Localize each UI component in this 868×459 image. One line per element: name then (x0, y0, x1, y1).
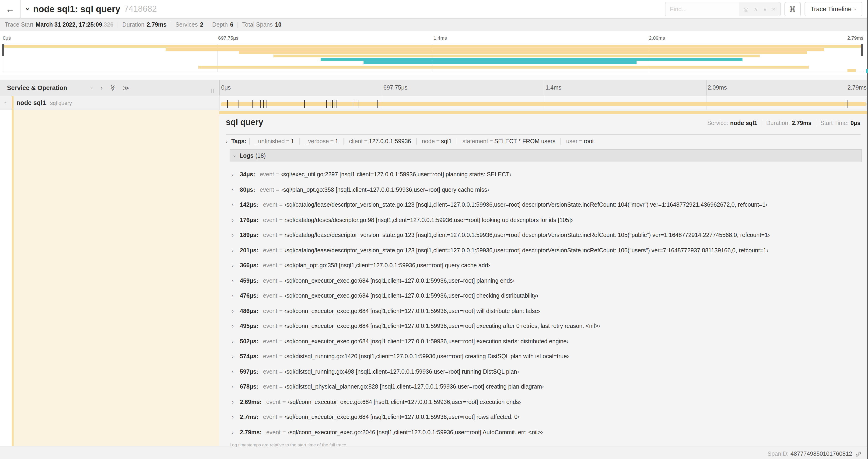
ruler-divider (381, 80, 382, 96)
log-marker-tick[interactable] (377, 100, 377, 108)
chevron-right-icon: › (232, 248, 236, 253)
edge-notch (866, 69, 868, 73)
log-row[interactable]: ›502μs:event=‹sql/conn_executor_exec.go:… (229, 334, 862, 349)
span-row-name-column[interactable]: › node sql1 sql query (0, 96, 219, 110)
find-input[interactable] (665, 2, 739, 16)
expand-all-icon[interactable]: ≫ (123, 85, 129, 91)
divider (816, 120, 816, 126)
tags-row[interactable]: › Tags: _unfinished=1_verbose=1client=12… (226, 138, 599, 144)
log-row[interactable]: ›495μs:event=‹sql/conn_executor_exec.go:… (229, 319, 862, 334)
timeline-column-header: Service & Operation › › ≫ ≫ 0μs697.75μs1… (0, 80, 868, 96)
divider (238, 22, 238, 28)
log-marker-tick[interactable] (330, 100, 331, 108)
minimap-left-drag-handle[interactable] (2, 44, 4, 56)
log-value: ‹sql/conn_executor_exec.go:684 [nsql1,cl… (284, 308, 540, 315)
tag-value: SELECT * FROM users (494, 138, 555, 144)
deep-link-icon[interactable] (856, 451, 862, 457)
span-collapse-icon[interactable]: › (3, 102, 8, 104)
log-row[interactable]: ›80μs:event=‹sql/plan_opt.go:358 [nsql1,… (229, 182, 862, 197)
logs-header[interactable]: › Logs (18) (229, 149, 862, 162)
tag-pill: client=127.0.0.1:59936 (343, 138, 416, 144)
log-row[interactable]: ›574μs:event=‹sql/distsql_running.go:142… (229, 349, 862, 364)
log-marker-tick[interactable] (266, 100, 267, 108)
span-detail-meta: Service:node sql1Duration:2.79msStart Ti… (707, 120, 861, 126)
log-timestamp: 2.79ms: (240, 429, 261, 436)
prev-match-icon[interactable]: ∧ (754, 6, 758, 12)
back-button[interactable]: ← (0, 0, 21, 18)
summary-value: 2.79ms (147, 22, 166, 28)
summary-item: Total Spans10 (242, 22, 281, 28)
log-row[interactable]: ›678μs:event=‹sql/distsql_physical_plann… (229, 379, 862, 394)
expand-one-icon[interactable]: › (100, 85, 103, 91)
minimap-span-bar (198, 66, 809, 69)
equals-sign: = (277, 353, 284, 360)
log-marker-tick[interactable] (336, 100, 337, 108)
locate-icon[interactable]: ◎ (744, 6, 748, 12)
tag-key: statement (462, 138, 488, 144)
log-marker-tick[interactable] (866, 100, 866, 108)
log-row[interactable]: ›2.69ms:event=‹sql/conn_executor_exec.go… (229, 394, 862, 409)
log-marker-tick[interactable] (227, 100, 228, 108)
span-row-timeline[interactable] (219, 96, 868, 110)
log-marker-tick[interactable] (353, 100, 353, 108)
chevron-right-icon: › (232, 278, 236, 284)
timeline-collapse-controls: › › ≫ ≫ (91, 85, 129, 91)
minimap-axis-tick: 0μs (3, 35, 11, 41)
log-row[interactable]: ›459μs:event=‹sql/conn_executor_exec.go:… (229, 273, 862, 288)
span-id-value: 4877749850101760812 (790, 451, 852, 457)
next-match-icon[interactable]: ∨ (763, 6, 767, 12)
timeline-minimap[interactable]: 0μs697.75μs1.4ms2.09ms2.79ms (0, 31, 868, 75)
span-duration-bar[interactable] (221, 102, 867, 106)
service-name: node sql1 (17, 99, 46, 106)
log-row[interactable]: ›201μs:event=‹sql/catalog/lease/descript… (229, 243, 862, 258)
chevron-down-icon: › (853, 8, 858, 10)
log-row[interactable]: ›476μs:event=‹sql/conn_executor_exec.go:… (229, 288, 862, 303)
chevron-right-icon: › (232, 339, 236, 344)
minimap-span-bar (321, 58, 742, 61)
minimap-canvas[interactable] (2, 44, 863, 72)
log-marker-tick[interactable] (326, 100, 327, 108)
collapse-one-icon[interactable]: › (89, 87, 95, 89)
log-marker-tick[interactable] (334, 100, 335, 108)
collapse-all-icon[interactable]: ≫ (110, 85, 116, 91)
spacer (0, 75, 868, 80)
divider (226, 134, 861, 135)
ruler-tick-label: 0μs (221, 85, 231, 91)
log-marker-tick[interactable] (263, 100, 264, 108)
log-row[interactable]: ›2.7ms:event=‹sql/conn_executor_exec.go:… (229, 409, 862, 425)
log-row[interactable]: ›597μs:event=‹sql/distsql_running.go:498… (229, 364, 862, 379)
tags-label: Tags: (231, 138, 246, 144)
column-resize-grip[interactable] (211, 89, 214, 93)
clear-find-icon[interactable]: × (772, 6, 775, 12)
log-row[interactable]: ›189μs:event=‹sql/catalog/lease/descript… (229, 228, 862, 243)
log-marker-tick[interactable] (845, 100, 845, 108)
view-selector-button[interactable]: Trace Timeline › (804, 2, 862, 16)
minimap-right-drag-handle[interactable] (861, 44, 863, 56)
log-row[interactable]: ›366μs:event=‹sql/plan_opt.go:358 [nsql1… (229, 258, 862, 273)
log-field-name: event (260, 171, 274, 178)
ruler-divider (544, 80, 544, 96)
span-row[interactable]: › node sql1 sql query (0, 96, 868, 110)
log-row[interactable]: ›486μs:event=‹sql/conn_executor_exec.go:… (229, 303, 862, 319)
summary-item: Trace StartMarch 31 2022, 17:25:09.326 (5, 22, 114, 28)
log-row[interactable]: ›34μs:event=‹sql/exec_util.go:2297 [nsql… (229, 167, 862, 182)
chevron-right-icon: › (232, 202, 236, 208)
minimap-span-bar (239, 51, 807, 54)
chevron-right-icon: › (232, 430, 236, 435)
log-row[interactable]: ›142μs:event=‹sql/catalog/lease/descript… (229, 197, 862, 212)
equals-sign: = (274, 187, 281, 193)
timeline-ruler[interactable]: 0μs697.75μs1.4ms2.09ms2.79ms (219, 80, 868, 96)
log-marker-tick[interactable] (332, 100, 333, 108)
log-marker-tick[interactable] (847, 100, 847, 108)
log-marker-tick[interactable] (238, 100, 239, 108)
log-row[interactable]: ›2.79ms:event=‹sql/conn_executor_exec.go… (229, 425, 862, 440)
back-arrow-icon: ← (6, 4, 14, 14)
minimap-span-bar (847, 69, 856, 72)
log-marker-tick[interactable] (252, 100, 253, 108)
log-marker-tick[interactable] (305, 100, 305, 108)
log-marker-tick[interactable] (260, 100, 260, 108)
log-marker-tick[interactable] (358, 100, 359, 108)
trace-collapse-icon[interactable]: › (24, 8, 32, 10)
keyboard-shortcuts-button[interactable]: ⌘ (784, 2, 801, 16)
log-row[interactable]: ›176μs:event=‹sql/catalog/descs/descript… (229, 212, 862, 228)
